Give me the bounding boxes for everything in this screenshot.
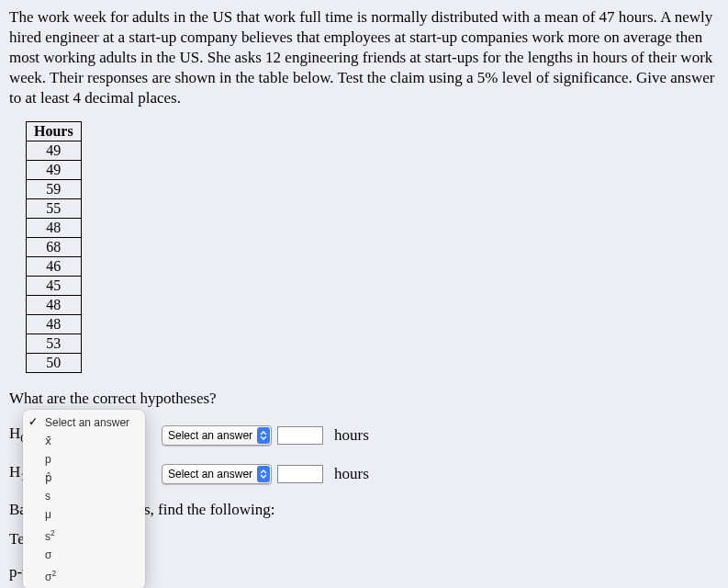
table-cell: 45 (27, 277, 82, 296)
table-cell: 53 (27, 334, 82, 354)
table-cell: 50 (27, 354, 82, 373)
dropdown-option[interactable]: p̂ (23, 469, 145, 487)
table-cell: 55 (27, 199, 82, 219)
h0-relation-select[interactable]: Select an answer (162, 425, 272, 446)
select-placeholder: Select an answer (168, 468, 252, 481)
dropdown-option[interactable]: σ2 (23, 564, 145, 586)
parameter-dropdown[interactable]: Select an answer x̄pp̂sμs2σσ2 (23, 410, 145, 588)
table-cell: 49 (27, 161, 82, 180)
dropdown-option[interactable]: s (23, 487, 145, 505)
problem-statement: The work week for adults in the US that … (9, 7, 719, 108)
chevron-up-down-icon (257, 466, 270, 482)
hours-table: Hours 494959554868464548485350 (26, 121, 82, 373)
table-header: Hours (27, 122, 82, 141)
h1-value-input[interactable] (277, 465, 323, 483)
table-cell: 48 (27, 296, 82, 315)
h1-unit: hours (334, 465, 369, 483)
dropdown-option-selected[interactable]: Select an answer (23, 413, 145, 432)
select-placeholder: Select an answer (168, 429, 252, 442)
dropdown-option[interactable]: s2 (23, 524, 145, 546)
h0-unit: hours (334, 426, 369, 445)
h0-value-input[interactable] (277, 426, 323, 445)
table-cell: 59 (27, 180, 82, 199)
dropdown-option[interactable]: σ (23, 546, 145, 564)
table-cell: 68 (27, 238, 82, 257)
dropdown-option[interactable]: p (23, 450, 145, 469)
table-cell: 46 (27, 257, 82, 277)
table-cell: 49 (27, 141, 82, 161)
chevron-up-down-icon (257, 427, 270, 444)
table-cell: 48 (27, 315, 82, 334)
h1-relation-select[interactable]: Select an answer (162, 464, 272, 484)
hypotheses-question: What are the correct hypotheses? (9, 390, 719, 408)
dropdown-option[interactable]: μ (23, 505, 145, 524)
dropdown-option[interactable]: x̄ (23, 432, 145, 450)
table-cell: 48 (27, 219, 82, 238)
